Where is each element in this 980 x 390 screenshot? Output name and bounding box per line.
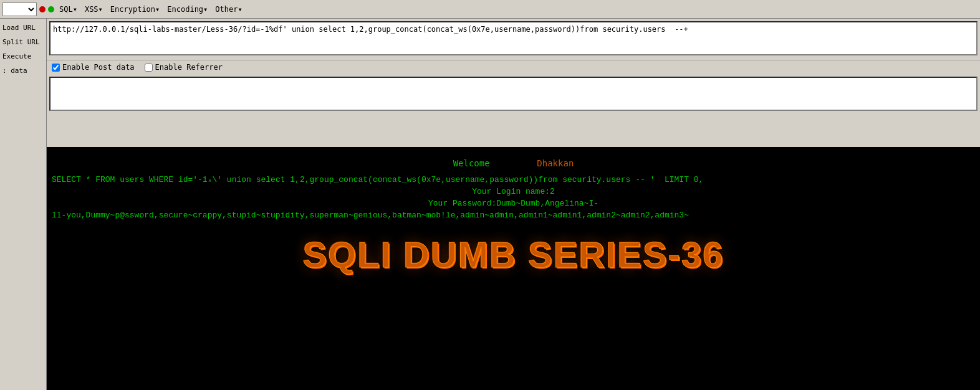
- welcome-text: Welcome: [453, 158, 490, 168]
- options-row: Enable Post data Enable Referrer: [47, 60, 980, 74]
- red-dot-icon: [39, 6, 46, 12]
- content-area: Load URL Split URL Execute : data Enable…: [0, 19, 980, 390]
- post-data-input[interactable]: [49, 77, 978, 111]
- enable-post-data-text: Enable Post data: [62, 63, 135, 72]
- sql-menu[interactable]: SQL▾: [57, 4, 80, 15]
- green-dot-icon: [48, 6, 54, 12]
- xss-menu[interactable]: XSS▾: [82, 4, 105, 15]
- toolbar-select[interactable]: [2, 2, 37, 16]
- enable-referrer-text: Enable Referrer: [155, 63, 223, 72]
- enable-referrer-label[interactable]: Enable Referrer: [145, 63, 223, 72]
- url-input[interactable]: [49, 21, 978, 55]
- post-data-area: [47, 74, 980, 147]
- toolbar: SQL▾ XSS▾ Encryption▾ Encoding▾ Other▾: [0, 0, 980, 19]
- sql-query-line: SELECT * FROM users WHERE id='-1ₓ\' unio…: [47, 173, 980, 186]
- welcome-line: Welcome Dhakkan: [47, 153, 980, 173]
- enable-referrer-checkbox[interactable]: [145, 64, 153, 72]
- sqli-title: SQLI DUMB SERIES-36: [47, 234, 980, 275]
- load-url-button[interactable]: Load URL: [1, 21, 45, 34]
- password-cont-line: ll-you,Dummy~p@ssword,secure~crappy,stup…: [47, 209, 980, 221]
- enable-post-data-label[interactable]: Enable Post data: [52, 63, 135, 72]
- main-panel: Enable Post data Enable Referrer Welcome…: [47, 19, 980, 390]
- enable-post-data-checkbox[interactable]: [52, 64, 60, 72]
- left-sidebar: Load URL Split URL Execute : data: [0, 19, 47, 390]
- execute-button[interactable]: Execute: [1, 50, 45, 63]
- data-label: : data: [1, 64, 45, 77]
- other-menu[interactable]: Other▾: [213, 4, 244, 15]
- login-name-line: Your Login name:2: [47, 186, 980, 197]
- encoding-menu[interactable]: Encoding▾: [165, 4, 210, 15]
- output-area: Welcome Dhakkan SELECT * FROM users WHER…: [47, 147, 980, 390]
- split-url-button[interactable]: Split URL: [1, 36, 45, 49]
- url-area: [47, 19, 980, 60]
- password-line: Your Password:Dumb~Dumb,Angelina~I-: [47, 197, 980, 209]
- welcome-name: Dhakkan: [537, 158, 574, 168]
- encryption-menu[interactable]: Encryption▾: [108, 4, 162, 15]
